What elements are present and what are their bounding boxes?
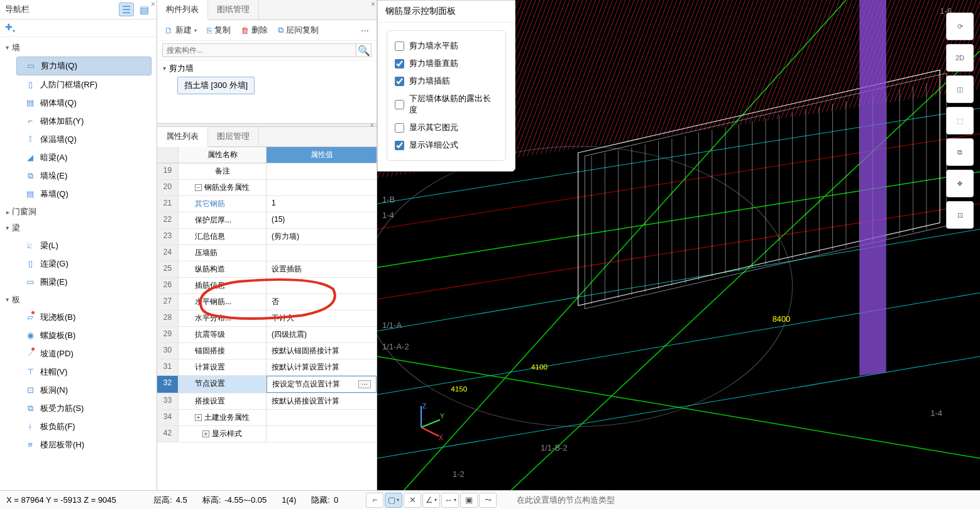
tree-item[interactable]: ⧉墙垛(E): [16, 167, 151, 185]
tree-item[interactable]: ⟀梁(L): [16, 237, 151, 255]
rebar-checkbox-row[interactable]: 显示其它图元: [395, 119, 498, 136]
tree-item[interactable]: ▭剪力墙(Q): [16, 57, 151, 75]
component-tree-item[interactable]: 挡土墙 [300 外墙]: [177, 77, 255, 94]
property-row[interactable]: 24压墙筋: [157, 245, 377, 261]
more-button[interactable]: ⋯: [357, 25, 373, 36]
tree-item[interactable]: ▭圈梁(E): [16, 273, 151, 291]
tree-item[interactable]: ≡楼层板带(H): [16, 436, 151, 454]
axis-label: 1-2: [453, 469, 465, 479]
rebar-checkbox[interactable]: [395, 100, 404, 109]
tree-item-icon: ▤: [25, 189, 35, 199]
tree-item-label: 人防门框墙(RF): [40, 79, 97, 90]
floor-copy-button[interactable]: ⧉层间复制: [274, 23, 322, 38]
property-row[interactable]: 20−钢筋业务属性: [157, 180, 377, 196]
tree-item-icon: ◉: [25, 331, 35, 341]
property-row[interactable]: 30锚固搭接按默认锚固搭接计算: [157, 343, 377, 359]
viewport-3d[interactable]: 8400 4100 4150 1-6 1-B 1-4 1/1-A 1/1-A-2…: [377, 0, 980, 490]
property-row[interactable]: 23汇总信息(剪力墙): [157, 229, 377, 245]
property-row[interactable]: 21其它钢筋1: [157, 196, 377, 212]
rebar-checkbox-row[interactable]: 剪力墙水平筋: [395, 37, 498, 55]
view-tool-button[interactable]: ⊡: [946, 201, 974, 229]
view-tool-button[interactable]: ⬚: [946, 107, 974, 134]
svg-text:8400: 8400: [773, 315, 790, 324]
tab-layer-manage[interactable]: 图层管理: [208, 127, 259, 146]
property-row[interactable]: 32节点设置按设定节点设置计算⋯: [157, 376, 377, 393]
orientation-gizmo[interactable]: Z Y X: [409, 402, 446, 440]
property-row[interactable]: 25纵筋构造设置插筋: [157, 261, 377, 278]
tree-item-icon: ⟊: [25, 422, 35, 432]
property-row[interactable]: 28水平分布...不计入: [157, 310, 377, 327]
view-tool-button[interactable]: 2D: [946, 44, 974, 72]
sb-angle-button[interactable]: ∠: [422, 493, 440, 508]
rebar-checkbox-row[interactable]: 剪力墙插筋: [395, 72, 498, 90]
tree-item[interactable]: ▤砌体墙(Q): [16, 94, 151, 112]
panel-splitter[interactable]: [157, 123, 377, 127]
tree-item[interactable]: ⊤柱帽(V): [16, 363, 151, 381]
rebar-checkbox[interactable]: [395, 77, 404, 86]
property-row[interactable]: 33搭接设置按默认搭接设置计算: [157, 393, 377, 410]
tree-group-header[interactable]: 墙: [0, 40, 157, 56]
sb-ortho-button[interactable]: ⌐: [366, 493, 383, 508]
rebar-checkbox-row[interactable]: 剪力墙垂直筋: [395, 55, 498, 72]
tree-item[interactable]: ▤幕墙(Q): [16, 185, 151, 203]
new-button[interactable]: 🗋新建▾: [161, 23, 201, 38]
property-row[interactable]: 22保护层厚...(15): [157, 212, 377, 229]
tree-item[interactable]: ▱现浇板(B): [16, 309, 151, 326]
tree-item[interactable]: ⧉板受力筋(S): [16, 400, 151, 417]
tree-item-label: 圈梁(E): [40, 276, 67, 288]
rebar-checkbox[interactable]: [395, 59, 404, 68]
tree-item[interactable]: ⟊板负筋(F): [16, 418, 151, 435]
view-tool-button[interactable]: ❖: [946, 170, 974, 197]
rebar-checkbox-row[interactable]: 下层墙体纵筋的露出长度: [395, 90, 498, 119]
sb-layer-button[interactable]: ▣: [460, 493, 478, 508]
view-tool-button[interactable]: ⧉: [946, 138, 974, 166]
view-tool-button[interactable]: ◫: [946, 75, 974, 103]
property-row[interactable]: 19备注: [157, 163, 377, 180]
tree-item[interactable]: ◉螺旋板(B): [16, 327, 151, 344]
sb-dim-button[interactable]: ↔: [441, 493, 459, 508]
axis-label: 1-4: [382, 211, 394, 220]
tree-item[interactable]: ⌐砌体加筋(Y): [16, 112, 151, 130]
tree-item[interactable]: ⟋坡道(PD): [16, 345, 151, 363]
tree-item[interactable]: ▯人防门框墙(RF): [16, 76, 151, 94]
rebar-checkbox[interactable]: [395, 41, 404, 51]
copy-button[interactable]: ⎘复制: [203, 23, 234, 38]
sb-curve-button[interactable]: ⤳: [479, 493, 497, 508]
tree-group-header[interactable]: 门窗洞: [0, 204, 157, 220]
component-tree-group[interactable]: 剪力墙: [163, 63, 370, 74]
nav-list-view-button[interactable]: ☰: [119, 3, 134, 16]
search-icon[interactable]: 🔍: [356, 43, 372, 57]
rebar-checkbox[interactable]: [395, 141, 404, 150]
tree-item[interactable]: ⊡板洞(N): [16, 381, 151, 399]
delete-button[interactable]: 🗑删除: [237, 23, 272, 38]
floor-copy-icon: ⧉: [278, 25, 284, 35]
rebar-checkbox[interactable]: [395, 123, 404, 133]
sb-delete-button[interactable]: ✕: [404, 493, 421, 508]
property-row[interactable]: 42+显示样式: [157, 426, 377, 442]
tab-properties[interactable]: 属性列表: [157, 127, 208, 147]
component-search-input[interactable]: [162, 43, 356, 57]
tree-item[interactable]: ⦙⦙保温墙(Q): [16, 131, 151, 148]
view-tool-button[interactable]: ⟳: [946, 13, 974, 40]
property-row[interactable]: 34+土建业务属性: [157, 410, 377, 426]
rebar-checkbox-row[interactable]: 显示详细公式: [395, 136, 498, 154]
tab-drawing-manage[interactable]: 图纸管理: [208, 0, 259, 19]
svg-line-47: [421, 420, 440, 427]
nav-card-view-button[interactable]: ▤: [136, 3, 151, 16]
tree-item-label: 板负筋(F): [40, 421, 75, 432]
tree-item[interactable]: ◢暗梁(A): [16, 149, 151, 167]
property-row[interactable]: 31计算设置按默认计算设置计算: [157, 359, 377, 376]
property-row[interactable]: 26插筋信息: [157, 278, 377, 294]
property-row[interactable]: 29抗震等级(四级抗震): [157, 327, 377, 343]
tree-group-header[interactable]: 板: [0, 292, 157, 308]
tree-group-header[interactable]: 梁: [0, 220, 157, 236]
tree-item-label: 砌体加筋(Y): [40, 116, 84, 127]
mid-close-icon[interactable]: ×: [371, 0, 375, 9]
tree-item-label: 砌体墙(Q): [40, 97, 77, 109]
nav-add-button[interactable]: ✚▾: [5, 22, 15, 34]
nav-close-icon[interactable]: ×: [151, 0, 155, 9]
sb-snap-button[interactable]: ▢: [385, 493, 402, 508]
tree-item[interactable]: ▯连梁(G): [16, 255, 151, 273]
property-row[interactable]: 27水平钢筋...否: [157, 294, 377, 310]
tab-component-list[interactable]: 构件列表: [157, 0, 208, 20]
